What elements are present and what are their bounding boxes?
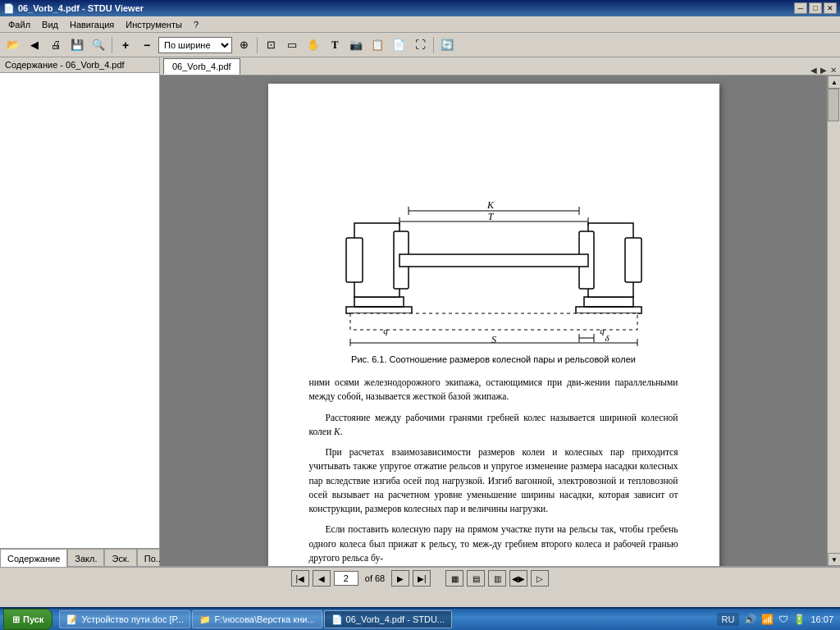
paragraph-4: Если поставить колесную пару на прямом у… — [309, 523, 678, 565]
fit-page-button[interactable]: ⊡ — [261, 36, 281, 54]
volume-icon: 🔊 — [744, 614, 756, 625]
view-btn-3[interactable]: ▥ — [488, 570, 506, 587]
menu-file[interactable]: Файл — [3, 18, 35, 31]
figure-caption: Рис. 6.1. Соотношение размеров колесной … — [309, 354, 678, 364]
power-icon: 🔋 — [793, 614, 806, 625]
paragraph-3: При расчетах взаимозависимости размеров … — [309, 445, 678, 516]
fullscreen-button[interactable]: ⛶ — [410, 36, 430, 54]
scroll-up-button[interactable]: ▲ — [828, 75, 840, 89]
pdf-viewer[interactable]: K T q — [160, 75, 827, 566]
view-btn-1[interactable]: ▦ — [445, 570, 463, 587]
windows-icon: ⊞ — [12, 614, 20, 625]
page-content: K T q — [268, 84, 719, 566]
back-button[interactable]: ◀ — [25, 36, 44, 54]
taskbar-item-word-label: Устройство пути.doc [Р... — [81, 614, 184, 624]
sidebar-tab-contents[interactable]: Содержание — [0, 549, 67, 567]
paragraph-2: Расстояние между рабочими гранями гребне… — [309, 411, 678, 440]
language-indicator[interactable]: RU — [717, 613, 740, 626]
main-area: Содержание - 06_Vorb_4.pdf Содержание За… — [0, 57, 840, 566]
folder-icon: 📁 — [199, 614, 211, 625]
separator-2 — [257, 37, 258, 53]
zoom-select[interactable]: По ширине По странице 75% 100% 125% 150% — [158, 37, 232, 53]
svg-rect-35 — [350, 313, 637, 330]
fit-width-button[interactable]: ▭ — [282, 36, 302, 54]
snapshot-button[interactable]: 📷 — [346, 36, 366, 54]
sidebar: Содержание - 06_Vorb_4.pdf Содержание За… — [0, 57, 160, 566]
page-of-label: of 68 — [365, 573, 385, 583]
title-bar: 📄 06_Vorb_4.pdf - STDU Viewer ─ □ ✕ — [0, 0, 840, 16]
select-button[interactable]: ✋ — [304, 36, 323, 54]
taskbar: ⊞ Пуск 📝 Устройство пути.doc [Р... 📁 F:\… — [0, 607, 840, 630]
svg-rect-1 — [346, 307, 412, 313]
menu-bar: Файл Вид Навигация Инструменты ? — [0, 16, 840, 33]
doc-tab[interactable]: 06_Vorb_4.pdf — [163, 58, 240, 75]
last-page-button[interactable]: ▶| — [413, 570, 431, 587]
search-button[interactable]: 🔍 — [89, 36, 108, 54]
taskbar-items: 📝 Устройство пути.doc [Р... 📁 F:\носова\… — [59, 610, 706, 628]
taskbar-item-word[interactable]: 📝 Устройство пути.doc [Р... — [59, 610, 190, 628]
minimize-button[interactable]: ─ — [794, 2, 807, 14]
tab-arrows: ◀ ▶ ✕ — [810, 66, 837, 75]
copy-button[interactable]: 📋 — [368, 36, 387, 54]
system-clock: 16:07 — [810, 614, 833, 624]
window-title: 06_Vorb_4.pdf - STDU Viewer — [18, 3, 144, 13]
wheel-pair-diagram: K T q — [322, 116, 666, 346]
separator-3 — [433, 37, 434, 53]
doc-area: 06_Vorb_4.pdf ◀ ▶ ✕ — [160, 57, 840, 566]
svg-text:T: T — [487, 211, 494, 222]
svg-rect-0 — [354, 297, 404, 307]
diagram-area: K T q — [309, 116, 678, 346]
menu-tools[interactable]: Инструменты — [121, 18, 187, 31]
app-icon: 📄 — [3, 3, 15, 14]
page-input[interactable] — [334, 571, 358, 586]
first-page-button[interactable]: |◀ — [291, 570, 309, 587]
tabs-left: 06_Vorb_4.pdf — [163, 58, 242, 75]
close-button[interactable]: ✕ — [824, 2, 837, 14]
tab-arrow-left[interactable]: ◀ — [810, 66, 817, 75]
sidebar-content[interactable] — [0, 73, 159, 548]
taskbar-item-stdu[interactable]: 📄 06_Vorb_4.pdf - STDU... — [324, 610, 452, 628]
svg-rect-13 — [625, 238, 641, 282]
menu-navigation[interactable]: Навигация — [65, 18, 119, 31]
taskbar-item-stdu-label: 06_Vorb_4.pdf - STDU... — [346, 614, 445, 624]
view-btn-5[interactable]: ▷ — [531, 570, 549, 587]
svg-text:δ: δ — [605, 333, 609, 343]
start-label: Пуск — [23, 614, 43, 624]
zoom-box: По ширине По странице 75% 100% 125% 150% — [158, 37, 232, 53]
menu-view[interactable]: Вид — [37, 18, 63, 31]
start-button[interactable]: ⊞ Пуск — [3, 609, 52, 630]
taskbar-right: RU 🔊 📶 🛡 🔋 16:07 — [710, 613, 840, 626]
prev-page-button[interactable]: ◀ — [313, 570, 331, 587]
save-button[interactable]: 💾 — [67, 36, 87, 54]
svg-rect-10 — [346, 238, 363, 282]
scroll-thumb[interactable] — [828, 89, 839, 121]
text-select-button[interactable]: 𝐓 — [325, 36, 345, 54]
sidebar-tab-thumbnails[interactable]: Эск. — [104, 549, 136, 567]
refresh-button[interactable]: 🔄 — [437, 36, 457, 54]
separator-1 — [112, 37, 112, 53]
scroll-down-button[interactable]: ▼ — [828, 553, 840, 566]
word-icon: 📝 — [66, 614, 78, 625]
zoom-out-button[interactable]: − — [137, 36, 157, 54]
taskbar-item-folder[interactable]: 📁 F:\носова\Верстка кни... — [192, 610, 322, 628]
menu-help[interactable]: ? — [189, 18, 203, 31]
tab-arrow-right[interactable]: ▶ — [820, 66, 827, 75]
title-bar-left: 📄 06_Vorb_4.pdf - STDU Viewer — [3, 3, 144, 14]
view-btn-2[interactable]: ▤ — [467, 570, 485, 587]
scroll-track[interactable] — [828, 89, 840, 553]
open-button[interactable]: 📂 — [3, 36, 23, 54]
sidebar-tabs: Содержание Закл. Эск. По... — [0, 548, 159, 566]
view-btn-4[interactable]: ◀▶ — [509, 570, 527, 587]
paste-button[interactable]: 📄 — [389, 36, 409, 54]
next-page-button[interactable]: ▶ — [391, 570, 409, 587]
zoom-in-button[interactable]: + — [116, 36, 135, 54]
svg-rect-3 — [584, 297, 633, 307]
toolbar: 📂 ◀ 🖨 💾 🔍 + − По ширине По странице 75% … — [0, 33, 840, 57]
tab-close[interactable]: ✕ — [830, 66, 837, 75]
maximize-button[interactable]: □ — [809, 2, 822, 14]
print-button[interactable]: 🖨 — [46, 36, 66, 54]
status-bar: |◀ ◀ of 68 ▶ ▶| ▦ ▤ ▥ ◀▶ ▷ — [0, 566, 840, 589]
sidebar-tab-bookmarks[interactable]: Закл. — [67, 549, 104, 567]
zoom-in-btn2[interactable]: ⊕ — [234, 36, 253, 54]
sidebar-title: Содержание - 06_Vorb_4.pdf — [0, 57, 159, 73]
